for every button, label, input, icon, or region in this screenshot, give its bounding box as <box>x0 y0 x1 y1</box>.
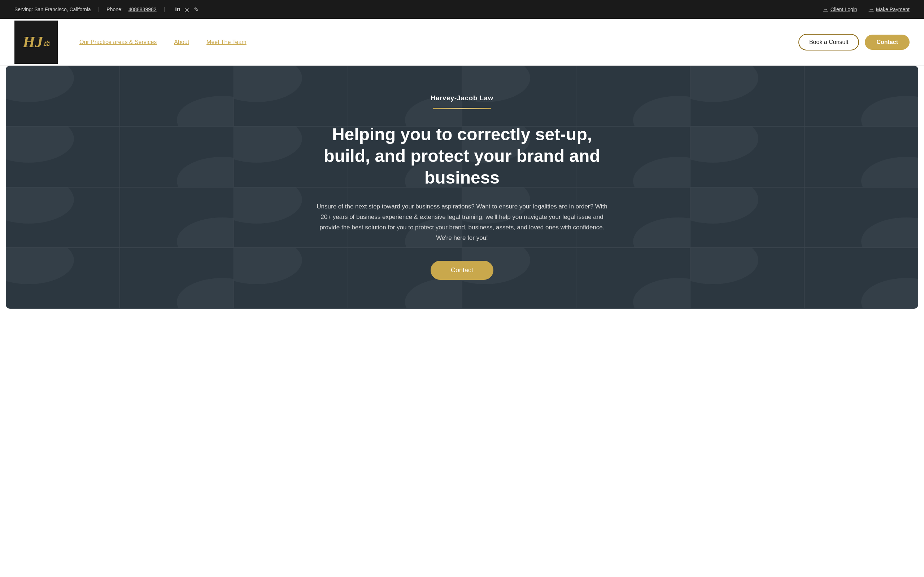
top-bar-left: Serving: San Francisco, California | Pho… <box>15 6 199 13</box>
divider-1: | <box>98 6 100 12</box>
grid-cell <box>804 126 918 187</box>
header: HJ⚖ Our Practice areas & Services About … <box>0 19 924 66</box>
hero-subtitle: Harvey-Jacob Law <box>314 95 610 102</box>
make-payment-link[interactable]: → Make Payment <box>869 6 909 12</box>
instagram-icon[interactable]: ◎ <box>184 6 189 13</box>
grid-cell <box>690 66 804 126</box>
client-login-link[interactable]: → Client Login <box>823 6 857 12</box>
client-login-label: Client Login <box>830 6 857 12</box>
nav-about[interactable]: About <box>174 39 189 45</box>
hero-description: Unsure of the next step toward your busi… <box>314 201 610 243</box>
grid-cell <box>690 248 804 308</box>
social-icons: in ◎ ✎ <box>175 6 199 13</box>
make-payment-arrow-icon: → <box>869 6 874 12</box>
hero-contact-button[interactable]: Contact <box>431 261 493 280</box>
top-bar-right: → Client Login → Make Payment <box>823 6 909 12</box>
nav-meet-team[interactable]: Meet The Team <box>207 39 247 45</box>
hero-section: Harvey-Jacob Law Helping you to correctl… <box>6 66 918 309</box>
divider-2: | <box>164 6 165 12</box>
serving-text: Serving: San Francisco, California <box>15 6 91 12</box>
grid-cell <box>120 126 234 187</box>
hero-divider <box>433 108 491 109</box>
grid-cell <box>6 126 120 187</box>
grid-cell <box>804 248 918 308</box>
top-bar: Serving: San Francisco, California | Pho… <box>0 0 924 19</box>
grid-cell <box>120 66 234 126</box>
grid-cell <box>6 248 120 308</box>
grid-cell <box>690 126 804 187</box>
linkedin-icon[interactable]: in <box>175 6 180 13</box>
logo[interactable]: HJ⚖ <box>15 21 58 64</box>
grid-cell <box>120 248 234 308</box>
logo-letters: HJ⚖ <box>23 34 50 50</box>
grid-cell <box>120 187 234 248</box>
hero-content: Harvey-Jacob Law Helping you to correctl… <box>300 66 624 309</box>
book-consult-button[interactable]: Book a Consult <box>798 34 859 50</box>
nav-practice-areas[interactable]: Our Practice areas & Services <box>79 39 157 45</box>
grid-cell <box>6 187 120 248</box>
blog-icon[interactable]: ✎ <box>194 6 199 13</box>
logo-inner: HJ⚖ <box>23 34 50 50</box>
grid-cell <box>690 187 804 248</box>
nav-actions: Book a Consult Contact <box>798 34 909 50</box>
nav-links: Our Practice areas & Services About Meet… <box>58 39 798 45</box>
grid-cell <box>804 187 918 248</box>
make-payment-label: Make Payment <box>876 6 909 12</box>
grid-cell <box>804 66 918 126</box>
grid-cell <box>6 66 120 126</box>
contact-button[interactable]: Contact <box>865 35 909 50</box>
phone-number[interactable]: 4088839982 <box>129 6 157 12</box>
hero-title: Helping you to correctly set-up, build, … <box>314 124 610 189</box>
client-login-arrow-icon: → <box>823 6 828 12</box>
phone-label: Phone: <box>107 6 122 12</box>
